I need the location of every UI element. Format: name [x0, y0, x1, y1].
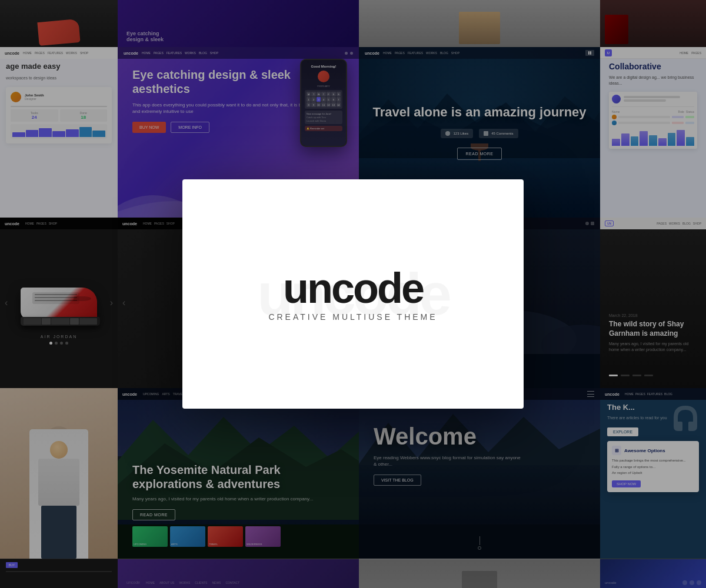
travel-headline: Travel alone is an amazing journey [372, 105, 586, 120]
k-cta-button[interactable]: EXPLORE [607, 427, 638, 436]
phone-calendar: M T W T F S S 1 2 3 4 [305, 90, 342, 109]
option-row-2: Fully a range of options to... [612, 465, 694, 469]
sneakers-label: AIR JORDAN [41, 335, 77, 339]
collab-headline: Collaborative [609, 62, 697, 72]
tile-bottom-4: uncode [600, 559, 706, 588]
collab-content: Collaborative We are a digital design ag… [600, 47, 706, 155]
thumb-1: UPCOMING [132, 526, 168, 547]
phone-greeting: Good Morning! [305, 65, 342, 68]
tile-r1c1 [0, 0, 118, 47]
yosemite-read-more[interactable]: READ MORE [132, 509, 175, 520]
tile-dashboard: uncode HOME PAGES FEATURES WORKS SHOP ag… [0, 47, 118, 218]
nav-logo: uncode [5, 51, 19, 55]
dashboard-nav: uncode HOME PAGES FEATURES WORKS SHOP [0, 47, 118, 59]
fashion-excerpt: Many years ago, I visited for my parents… [609, 341, 697, 353]
welcome-visit-blog[interactable]: VISIT THE BLOG [374, 475, 421, 486]
travel-read-more[interactable]: READ MORE [457, 148, 502, 160]
tile-yosemite: uncode UPCOMING ARTS TRAVEL WILDERNESS T… [118, 388, 359, 559]
tile-sneakers: uncode HOME PAGES SHOP [0, 218, 118, 388]
sneakers-dots [46, 339, 71, 348]
thumb-3: TRAVEL [208, 526, 243, 547]
tile-lifestyle [0, 388, 118, 559]
welcome-sub: Eye reading Webbers www.snyc blog format… [374, 455, 521, 467]
product-prev[interactable]: ‹ [122, 298, 125, 308]
fashion-content: March 22, 2018 The wild story of Shay Ga… [600, 218, 706, 388]
welcome-content: Welcome Eye reading Webbers www.snyc blo… [359, 388, 600, 559]
prev-arrow[interactable]: ‹ [5, 298, 8, 308]
tile-welcome: uncode Welcome Eye reading Webbers www.s… [359, 388, 600, 559]
fashion-dots [609, 369, 653, 379]
tile-r1c4 [600, 0, 706, 47]
tile-k-theme: uncode HOME PAGES FEATURES BLOG The K...… [600, 388, 706, 559]
tile-r1c2: Eye catchingdesign & sleek [118, 0, 359, 47]
tile-r1c3 [359, 0, 600, 47]
options-header: ⊞ Awesome Options [612, 446, 694, 455]
buy-now-button[interactable]: BUY NOW [132, 122, 166, 133]
more-info-button[interactable]: MORE INFO [171, 122, 209, 133]
tile-collaborative: U HOME PAGES Collaborative We are a digi… [600, 47, 706, 218]
menu-icon[interactable] [587, 391, 594, 397]
yosemite-content: The Yosemite Natural Park explorations &… [118, 388, 359, 559]
shop-now-button[interactable]: SHOP NOW [612, 480, 641, 487]
thumb-4: WILDERNESS [245, 526, 281, 547]
collab-ui: NameRoleStatus [609, 92, 697, 149]
collab-subtext: We are a digital design ag... we bring b… [609, 75, 697, 86]
travel-actions: 123 Likes 45 Comments [441, 129, 518, 138]
tile-bottom-3 [359, 559, 600, 588]
options-box: ⊞ Awesome Options This package brings th… [607, 441, 699, 492]
fashion-text-block: March 22, 2018 The wild story of Shay Ga… [609, 313, 697, 353]
collab-avatar [612, 95, 621, 103]
welcome-headline: Welcome [374, 423, 585, 450]
tile-fashion-blog: UN PAGES WORKS BLOG SHOP March 22, 2018 … [600, 218, 706, 388]
tile-bottom-1: BUY [0, 559, 118, 588]
option-row-1: This package brings the most comprehensi… [612, 458, 694, 463]
tile-bottom-2: uncode HOME ABOUT US WORKS CLIENTS NEWS … [118, 559, 359, 588]
collab-chart [612, 128, 694, 146]
yosemite-headline: The Yosemite Natural Park explorations &… [132, 463, 344, 491]
yosemite-sub: Many years ago, I visited for my parents… [132, 496, 344, 502]
k-content: The K... There are articles to read for … [600, 388, 706, 498]
yosemite-thumbnails: UPCOMING ARTS TRAVEL [132, 526, 344, 547]
phone-avatar [318, 71, 329, 82]
option-row-3: An region of Upbolt [612, 470, 694, 475]
next-arrow[interactable]: › [110, 298, 113, 308]
options-icon: ⊞ [612, 446, 621, 455]
fashion-headline: The wild story of Shay Garnham is amazin… [609, 320, 697, 338]
modal-subtitle: CREATIVE MULTIUSE THEME [268, 312, 437, 322]
modal-overlay: uncode uncode CREATIVE MULTIUSE THEME [182, 179, 524, 409]
phone-mockup: Good Morning! FEBRUARY M T W T F S S [300, 59, 347, 147]
modal-logo: uncode [283, 267, 423, 309]
nav-items: HOME PAGES FEATURES WORKS SHOP [23, 51, 88, 55]
thumb-2: ARTS [170, 526, 205, 547]
